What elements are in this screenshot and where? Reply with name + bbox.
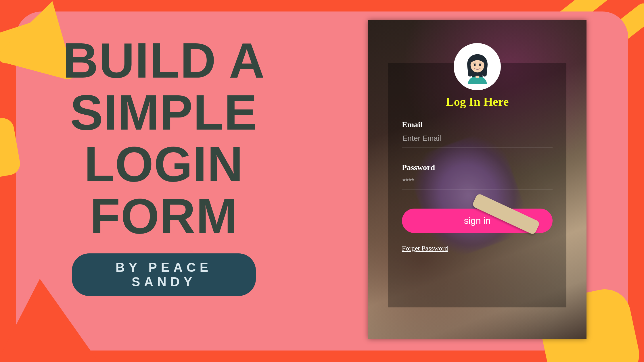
title-line: LOGIN FORM [40, 138, 288, 242]
login-title: Log In Here [402, 95, 553, 109]
login-preview: Log In Here Email Password sign in Forge… [368, 20, 586, 339]
svg-point-1 [474, 64, 476, 66]
svg-rect-4 [478, 62, 481, 63]
avatar-icon [459, 49, 495, 85]
title-line: SIMPLE [40, 86, 288, 138]
svg-rect-3 [473, 62, 476, 63]
forgot-password-link[interactable]: Forget Password [402, 244, 448, 252]
title-line: BUILD A [40, 34, 288, 86]
password-label: Password [402, 163, 553, 172]
byline-pill: BY PEACE SANDY [72, 253, 256, 296]
avatar [454, 43, 501, 90]
password-field[interactable] [402, 174, 553, 190]
email-label: Email [402, 120, 553, 129]
page-title: BUILD A SIMPLE LOGIN FORM [40, 34, 288, 242]
svg-point-2 [479, 64, 481, 66]
sign-in-button[interactable]: sign in [402, 209, 553, 233]
login-card: Log In Here Email Password sign in Forge… [388, 63, 566, 307]
email-field[interactable] [402, 131, 553, 147]
svg-rect-5 [476, 76, 479, 78]
